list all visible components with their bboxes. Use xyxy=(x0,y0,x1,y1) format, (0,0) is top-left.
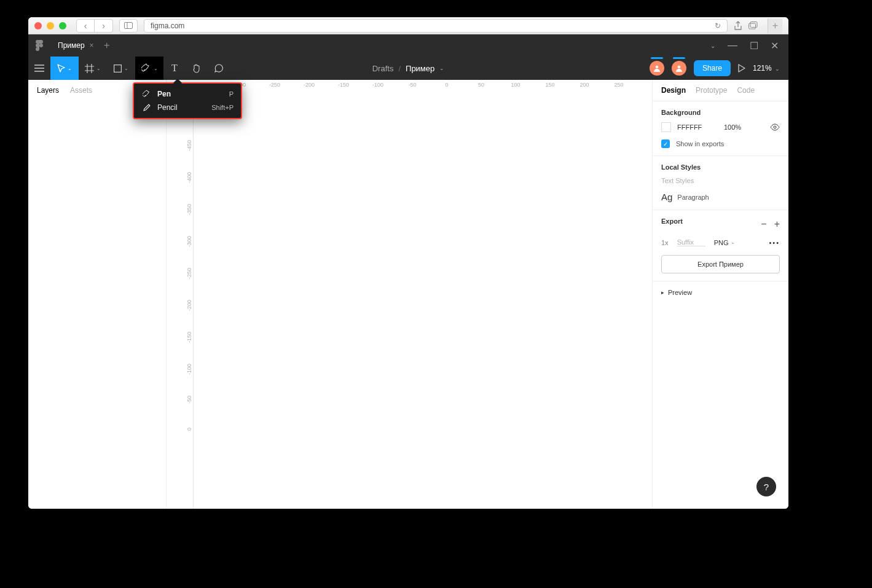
text-styles-label: Text Styles xyxy=(661,177,780,184)
tab-prototype[interactable]: Prototype xyxy=(696,86,727,95)
ruler-tick: -200 xyxy=(186,300,192,311)
paragraph-style-row[interactable]: Ag Paragraph xyxy=(661,192,780,202)
right-panel: Design Prototype Code Background FFFFFF … xyxy=(652,80,788,509)
address-bar[interactable]: figma.com ↻ xyxy=(144,19,728,33)
svg-point-8 xyxy=(678,66,681,69)
window-controls: ⌄ — ☐ ✕ xyxy=(701,34,788,57)
tabs-icon[interactable] xyxy=(748,22,758,29)
show-in-exports-label: Show in exports xyxy=(676,140,724,147)
dropdown-item-label: Pencil xyxy=(157,103,211,112)
chevron-down-icon: ⌄ xyxy=(96,66,101,71)
ag-icon: Ag xyxy=(661,192,672,202)
hand-tool-button[interactable] xyxy=(186,57,208,80)
avatar[interactable] xyxy=(672,61,686,76)
new-tab-button[interactable]: + xyxy=(768,18,782,33)
ruler-tick: 0 xyxy=(186,428,192,431)
ruler-tick: -400 xyxy=(186,172,192,183)
svg-rect-3 xyxy=(750,22,757,28)
export-button[interactable]: Export Пример xyxy=(661,255,780,273)
close-icon[interactable]: ✕ xyxy=(771,40,779,52)
paragraph-label: Paragraph xyxy=(677,194,709,201)
chevron-down-icon[interactable]: ⌄ xyxy=(710,42,715,49)
preview-label: Preview xyxy=(668,289,692,296)
dropdown-item-pen[interactable]: Pen P xyxy=(134,87,241,101)
export-suffix-input[interactable]: Suffix xyxy=(677,238,705,246)
share-button[interactable]: Share xyxy=(694,60,731,76)
remove-export-button[interactable]: − xyxy=(761,219,766,230)
ruler-tick: -450 xyxy=(186,140,192,151)
bg-hex-value[interactable]: FFFFFF xyxy=(677,123,708,131)
ruler-tick: -100 xyxy=(186,364,192,375)
sidebar-toggle-button[interactable] xyxy=(119,19,138,33)
file-tab[interactable]: Пример × xyxy=(50,34,98,57)
shape-tool-button[interactable]: ⌄ xyxy=(107,57,135,80)
local-styles-section: Local Styles Text Styles Ag Paragraph xyxy=(653,156,788,210)
figma-logo-icon[interactable] xyxy=(28,39,50,52)
vertical-ruler: -500-450-400-350-300-250-200-150-100-500 xyxy=(167,91,194,509)
background-section: Background FFFFFF 100% ✓ Show in exports xyxy=(653,101,788,156)
preview-row[interactable]: ▸ Preview xyxy=(653,281,788,304)
breadcrumb-root[interactable]: Drafts xyxy=(372,64,394,73)
move-tool-button[interactable]: ⌄ xyxy=(50,57,79,80)
add-tab-button[interactable]: + xyxy=(98,40,116,51)
ruler-tick: 150 xyxy=(545,82,554,88)
svg-point-7 xyxy=(656,66,659,69)
url-text: figma.com xyxy=(151,22,184,30)
show-in-exports-checkbox[interactable]: ✓ xyxy=(661,139,670,148)
maximize-dot[interactable] xyxy=(59,22,66,29)
ruler-tick: -50 xyxy=(408,82,416,88)
pen-tool-dropdown: Pen P Pencil Shift+P xyxy=(133,82,242,119)
export-format-select[interactable]: PNG ⌄ xyxy=(714,239,736,246)
text-tool-button[interactable]: T xyxy=(163,57,186,80)
avatar[interactable] xyxy=(650,61,664,76)
section-title: Local Styles xyxy=(661,163,780,171)
figma-tab-bar: Пример × + ⌄ — ☐ ✕ xyxy=(28,34,788,57)
file-name[interactable]: Пример xyxy=(406,64,434,73)
present-button[interactable] xyxy=(738,64,745,73)
color-swatch[interactable] xyxy=(661,122,671,132)
ruler-tick: -150 xyxy=(338,82,349,88)
comment-tool-button[interactable] xyxy=(208,57,230,80)
figma-toolbar: ⌄ ⌄ ⌄ ⌄ T Draft xyxy=(28,57,788,80)
tab-code[interactable]: Code xyxy=(737,86,755,95)
tab-layers[interactable]: Layers xyxy=(37,86,59,95)
chevron-down-icon: ⌄ xyxy=(775,66,780,72)
dropdown-item-pencil[interactable]: Pencil Shift+P xyxy=(134,101,241,114)
share-icon[interactable] xyxy=(734,21,742,31)
main-menu-button[interactable] xyxy=(28,57,50,80)
ruler-tick: -250 xyxy=(186,268,192,279)
help-button[interactable]: ? xyxy=(756,477,776,496)
pen-tool-button[interactable]: ⌄ xyxy=(135,57,163,80)
export-scale[interactable]: 1x xyxy=(661,239,669,246)
export-options-button[interactable]: ••• xyxy=(769,239,780,246)
ruler-tick: -100 xyxy=(372,82,383,88)
ruler-tick: -250 xyxy=(269,82,280,88)
dropdown-item-shortcut: P xyxy=(229,90,234,98)
chevron-down-icon[interactable]: ⌄ xyxy=(439,65,444,71)
nav-back-button[interactable]: ‹ xyxy=(76,19,95,33)
window-traffic-lights xyxy=(34,22,66,29)
zoom-level[interactable]: 121% ⌄ xyxy=(753,64,780,73)
minimize-dot[interactable] xyxy=(47,22,54,29)
ruler-tick: 200 xyxy=(579,82,589,88)
add-export-button[interactable]: + xyxy=(774,219,780,230)
ruler-tick: -350 xyxy=(186,204,192,215)
browser-window: ‹ › figma.com ↻ + xyxy=(28,17,788,509)
frame-tool-button[interactable]: ⌄ xyxy=(79,57,107,80)
ruler-tick: -150 xyxy=(186,332,192,343)
maximize-icon[interactable]: ☐ xyxy=(750,40,758,52)
close-tab-icon[interactable]: × xyxy=(90,41,94,50)
nav-forward-button[interactable]: › xyxy=(95,19,113,33)
visibility-icon[interactable] xyxy=(770,123,780,131)
browser-chrome: ‹ › figma.com ↻ + xyxy=(28,17,788,34)
ruler-tick: 50 xyxy=(478,82,484,88)
svg-rect-0 xyxy=(125,23,133,29)
reload-icon[interactable]: ↻ xyxy=(715,22,721,30)
tab-design[interactable]: Design xyxy=(661,86,686,95)
ruler-tick: 250 xyxy=(614,82,623,88)
canvas[interactable]: -300-250-200-150-100-50050100150200250 -… xyxy=(167,80,652,509)
tab-assets[interactable]: Assets xyxy=(70,86,92,95)
minimize-icon[interactable]: — xyxy=(728,40,737,51)
close-dot[interactable] xyxy=(34,22,42,29)
bg-opacity-value[interactable]: 100% xyxy=(724,123,741,131)
